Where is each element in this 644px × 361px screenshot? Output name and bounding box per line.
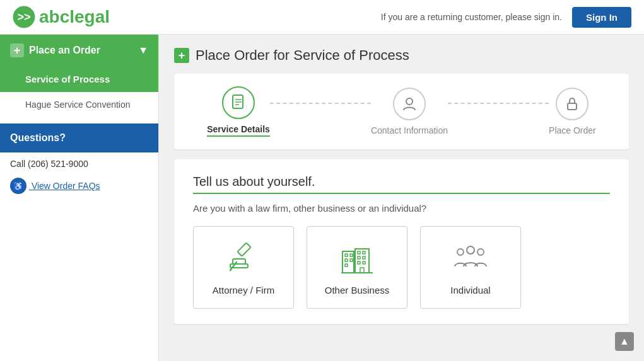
svg-point-6 [406, 98, 413, 105]
logo: >> abclegal [13, 6, 110, 28]
tell-us-title: Tell us about yourself. [193, 175, 610, 189]
sidebar-place-order[interactable]: + Place an Order ▼ [0, 35, 158, 66]
wizard-step-service-details[interactable]: Service Details [207, 86, 270, 137]
svg-text:>>: >> [17, 11, 30, 23]
option-other-business[interactable]: Other Business [307, 226, 407, 309]
layout: + Place an Order ▼ Service of Process Ha… [0, 35, 644, 361]
attorney-firm-label: Attorney / Firm [213, 285, 274, 295]
faq-label: View Order FAQs [32, 181, 100, 191]
header: >> abclegal If you are a returning custo… [0, 0, 644, 35]
gavel-icon [225, 240, 262, 277]
svg-rect-25 [360, 268, 364, 273]
logo-text: abclegal [39, 7, 110, 27]
step-connector-1 [270, 103, 371, 104]
scroll-up-button[interactable]: ▲ [615, 332, 634, 351]
option-individual[interactable]: Individual [420, 226, 521, 309]
svg-rect-7 [568, 103, 577, 110]
step-circle-service-details [222, 86, 255, 119]
svg-rect-10 [237, 243, 250, 256]
document-icon [230, 94, 247, 112]
page-title: Place Order for Service of Process [196, 47, 409, 64]
svg-rect-16 [350, 259, 353, 261]
step-circle-contact-info [393, 88, 426, 120]
other-business-label: Other Business [325, 285, 390, 295]
building-icon [338, 239, 376, 277]
office-icon [339, 240, 375, 277]
svg-rect-13 [345, 254, 348, 256]
svg-rect-9 [233, 259, 245, 264]
sidebar: + Place an Order ▼ Service of Process Ha… [0, 35, 159, 361]
step-label-service-details: Service Details [207, 124, 270, 137]
svg-rect-17 [345, 264, 348, 266]
tell-us-question: Are you with a law firm, other business … [193, 203, 610, 214]
step-label-place-order: Place Order [549, 125, 596, 135]
sidebar-hague-convention[interactable]: Hague Service Convention [0, 92, 158, 117]
svg-point-29 [477, 249, 484, 255]
options-row: Attorney / Firm [193, 226, 610, 309]
header-right: If you are a returning customer, please … [381, 7, 631, 28]
svg-point-28 [457, 249, 464, 255]
logo-icon: >> [13, 6, 35, 28]
individuals-icon [452, 240, 489, 277]
lock-icon [563, 95, 581, 113]
sidebar-questions: Questions? [0, 123, 158, 152]
svg-rect-23 [358, 261, 360, 264]
step-circle-place-order [556, 88, 588, 120]
tell-divider [193, 193, 610, 194]
svg-rect-22 [363, 256, 365, 259]
svg-rect-21 [358, 256, 360, 259]
svg-rect-14 [350, 254, 353, 256]
step-label-contact-info: Contact Information [371, 125, 448, 135]
tell-us-card: Tell us about yourself. Are you with a l… [174, 159, 629, 324]
wizard-steps: Service Details Contact Information [193, 86, 610, 137]
svg-rect-24 [363, 261, 365, 264]
page-title-plus-icon: + [174, 48, 189, 63]
step-connector-2 [448, 103, 549, 104]
people-icon [452, 239, 489, 277]
wizard-step-contact-info[interactable]: Contact Information [371, 88, 448, 135]
sidebar-faq-link[interactable]: ♿ View Order FAQs [0, 175, 158, 202]
place-order-plus-icon: + [10, 43, 24, 57]
svg-rect-19 [358, 251, 360, 254]
place-order-chevron-icon: ▼ [138, 45, 148, 56]
accessibility-icon[interactable]: ♿ [10, 178, 26, 194]
header-returning-msg: If you are a returning customer, please … [381, 12, 562, 22]
main-content: + Place Order for Service of Process [159, 35, 644, 361]
wizard-steps-card: Service Details Contact Information [174, 74, 629, 149]
svg-rect-15 [345, 259, 348, 261]
sidebar-service-of-process[interactable]: Service of Process [0, 66, 158, 92]
person-icon [401, 95, 418, 113]
wizard-step-place-order[interactable]: Place Order [549, 88, 596, 135]
svg-rect-20 [363, 251, 365, 254]
individual-label: Individual [450, 285, 490, 295]
page-title-bar: + Place Order for Service of Process [174, 47, 629, 64]
attorney-icon [225, 239, 262, 277]
sign-in-button[interactable]: Sign In [572, 7, 631, 28]
place-order-label: Place an Order [29, 45, 100, 56]
svg-point-27 [467, 246, 474, 254]
sidebar-call: Call (206) 521-9000 [0, 152, 158, 175]
option-attorney-firm[interactable]: Attorney / Firm [193, 226, 294, 309]
